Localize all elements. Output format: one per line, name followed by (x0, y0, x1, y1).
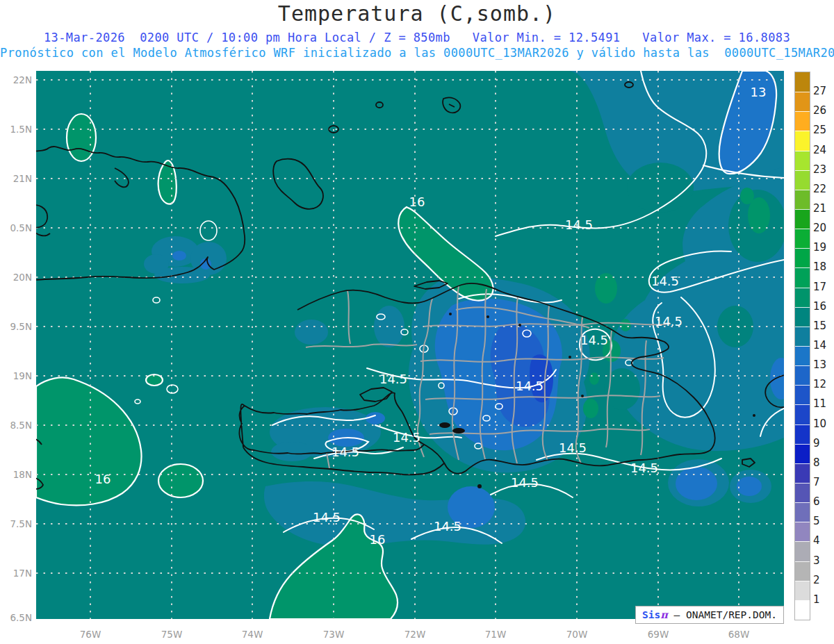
colorbar-tick-label: 9 (813, 437, 834, 449)
colorbar-tick-label: 17 (813, 281, 834, 293)
colorbar-tick-label: 22 (813, 183, 834, 195)
colorbar-tick-label: 23 (813, 163, 834, 176)
colorbar-tick-label: 27 (813, 85, 834, 97)
colorbar-segment (795, 404, 810, 424)
lat-tick-label: 21N (0, 173, 32, 184)
lon-tick-label: 71W (475, 629, 516, 640)
colorbar-segment (795, 209, 810, 229)
model-info-line: Pronóstico con el Modelo Atmosférico WRF… (0, 46, 834, 60)
colorbar-segment (795, 463, 810, 483)
colorbar-segment (795, 483, 810, 502)
lat-tick-label: 0.5N (0, 222, 32, 233)
lat-tick-label: 9.5N (0, 321, 32, 332)
colorbar-tick-label: 24 (813, 144, 834, 156)
colorbar-segment (795, 502, 810, 522)
colorbar-tick-label: 16 (813, 300, 834, 313)
colorbar-tick-label: 11 (813, 397, 834, 410)
colorbar-tick-label: 26 (813, 104, 834, 117)
colorbar-segment (795, 327, 810, 346)
colorbar-tick-label: 19 (813, 241, 834, 254)
sispi-logo-sis: Sis (642, 609, 660, 620)
lon-tick-label: 69W (637, 629, 679, 640)
colorbar-segment (795, 600, 810, 620)
lat-tick-label: 17N (0, 568, 32, 579)
colorbar-segment (795, 229, 810, 248)
colorbar-tick-label: 21 (813, 202, 834, 215)
colorbar-segment (795, 190, 810, 209)
lat-tick-label: 19N (0, 370, 32, 381)
colorbar-segment (795, 581, 810, 600)
sispi-watermark: Sisπ – ONAMET/REP.DOM. (635, 606, 784, 624)
colorbar-segment (795, 444, 810, 463)
colorbar-tick-label: 1 (813, 593, 834, 606)
onamet-credit: – ONAMET/REP.DOM. (668, 609, 777, 620)
page-title: Temperatura (C,somb.) (0, 1, 834, 26)
colorbar-segment (795, 131, 810, 150)
colorbar-tick-label: 15 (813, 320, 834, 332)
colorbar-tick-label: 2 (813, 574, 834, 586)
temperature-colorbar (794, 72, 810, 620)
colorbar-tick-label: 18 (813, 261, 834, 273)
lat-tick-label: 8.5N (0, 420, 32, 431)
colorbar-tick-label: 5 (813, 515, 834, 527)
colorbar-tick-label: 12 (813, 378, 834, 390)
colorbar-segment (795, 561, 810, 581)
colorbar-segment (795, 424, 810, 444)
lon-tick-label: 68W (718, 629, 760, 640)
colorbar-segment (795, 248, 810, 267)
colorbar-tick-label: 4 (813, 534, 834, 547)
colorbar-tick-label: 3 (813, 554, 834, 567)
colorbar-segment (795, 541, 810, 561)
sispi-logo-pi: π (660, 609, 668, 620)
colorbar-tick-label: 8 (813, 456, 834, 469)
colorbar-segment (795, 346, 810, 365)
lat-tick-label: 20N (0, 272, 32, 283)
colorbar-tick-label: 7 (813, 476, 834, 488)
colorbar-segment (795, 522, 810, 541)
lon-tick-label: 73W (313, 629, 354, 640)
colorbar-segment (795, 170, 810, 190)
colorbar-segment (795, 385, 810, 404)
lon-tick-label: 74W (231, 629, 273, 640)
colorbar-tick-label: 6 (813, 495, 834, 508)
colorbar-tick-label: 14 (813, 339, 834, 352)
temperature-shaded-map (36, 71, 784, 619)
lon-tick-label: 72W (394, 629, 436, 640)
lon-tick-label: 70W (556, 629, 598, 640)
colorbar-segment (795, 72, 810, 92)
lon-tick-label: 75W (151, 629, 193, 640)
colorbar-tick-label: 20 (813, 222, 834, 234)
lon-tick-label: 76W (70, 629, 111, 640)
lat-tick-label: 1.5N (0, 124, 32, 135)
lat-tick-label: 6.5N (0, 612, 32, 623)
colorbar-segment (795, 267, 810, 287)
colorbar-segment (795, 151, 810, 170)
lat-tick-label: 18N (0, 469, 32, 480)
colorbar-tick-label: 25 (813, 124, 834, 136)
colorbar-tick-label: 10 (813, 418, 834, 430)
lat-tick-label: 7.5N (0, 518, 32, 529)
colorbar-segment (795, 111, 810, 131)
colorbar-segment (795, 92, 810, 111)
colorbar-segment (795, 307, 810, 327)
forecast-time-line: 13-Mar-2026 0200 UTC / 10:00 pm Hora Loc… (0, 31, 834, 44)
forecast-map: 131614.514.514.514.514.514.514.514.514.5… (36, 71, 784, 619)
colorbar-segment (795, 288, 810, 307)
lat-tick-label: 22N (0, 74, 32, 85)
colorbar-tick-label: 13 (813, 358, 834, 371)
colorbar-segment (795, 365, 810, 385)
